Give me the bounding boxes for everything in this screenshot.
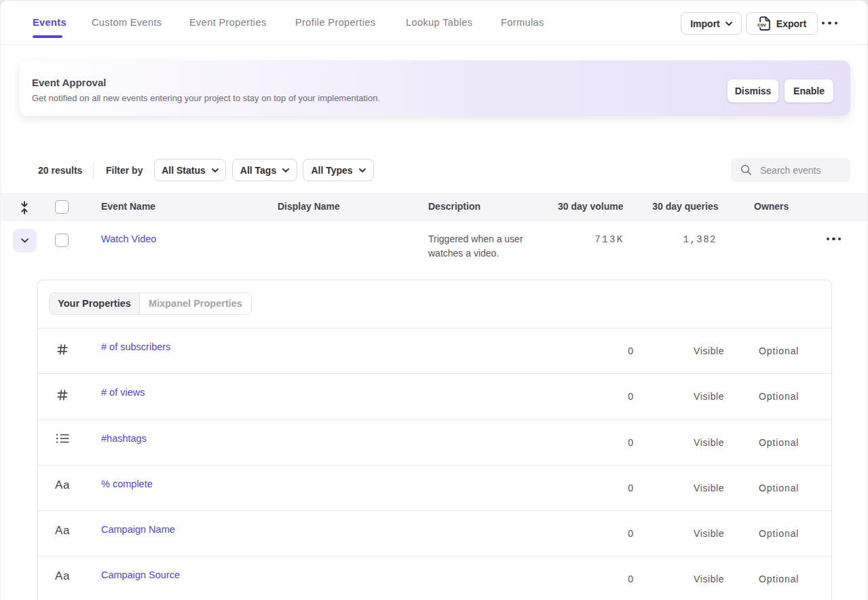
svg-text:csv: csv	[757, 22, 766, 28]
